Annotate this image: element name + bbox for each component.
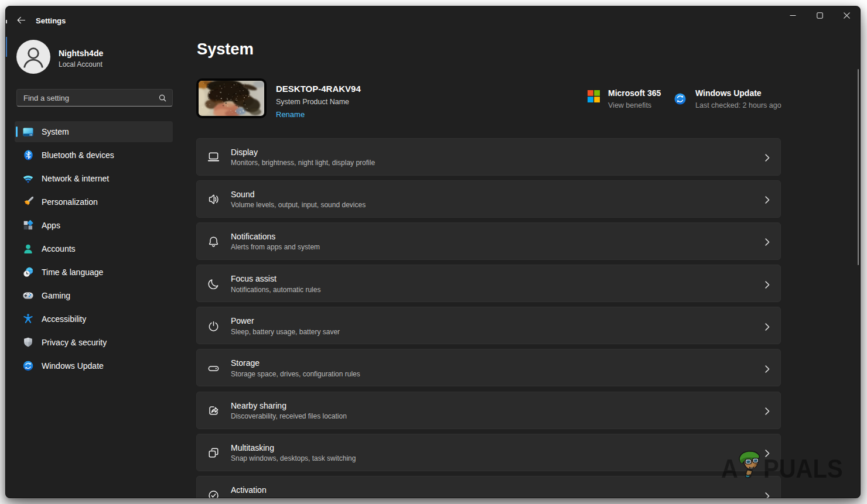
row-subtitle: Monitors, brightness, night light, displ… (231, 159, 375, 167)
row-subtitle: Notifications, automatic rules (231, 286, 320, 294)
search-placeholder: Find a setting (23, 94, 69, 102)
chevron-right-icon (765, 153, 770, 161)
row-title: Focus assist (231, 274, 277, 283)
bluetooth-icon (22, 149, 34, 161)
desktop-artifact-dot (6, 20, 7, 23)
sidebar-item-label: Personalization (42, 197, 98, 207)
sidebar-item-label: Network & internet (42, 174, 109, 183)
back-arrow-icon (16, 16, 25, 25)
sidebar-item-network-internet[interactable]: Network & internet (15, 168, 173, 189)
sidebar-item-privacy-security[interactable]: Privacy & security (15, 332, 173, 353)
microsoft-365-title: Microsoft 365 (608, 88, 661, 98)
maximize-icon (817, 12, 823, 19)
sidebar-item-label: System (42, 127, 69, 136)
back-button[interactable] (13, 13, 28, 27)
row-title: Nearby sharing (231, 401, 286, 410)
desktop-artifact-blue-line (6, 37, 7, 57)
settings-row-power[interactable]: PowerSleep, battery usage, battery saver (196, 307, 781, 344)
sidebar-item-time-language[interactable]: Time & language (15, 262, 173, 283)
row-subtitle: Discoverability, received files location (231, 412, 347, 420)
titlebar-title: Settings (36, 16, 66, 25)
microsoft-365-logo (588, 90, 600, 102)
settings-row-activation[interactable]: ActivationActivation states, subscriptio… (196, 476, 781, 498)
row-title: Activation (231, 485, 267, 495)
accounts-icon (22, 243, 34, 255)
time-language-icon (22, 266, 34, 278)
settings-row-display[interactable]: DisplayMonitors, brightness, night light… (196, 138, 781, 176)
windows-update-icon (674, 93, 686, 105)
scrollbar-thumb[interactable] (858, 69, 859, 265)
windows-update-status: Last checked: 2 hours ago (695, 101, 781, 109)
apps-icon (22, 220, 34, 231)
device-product-name: System Product Name (276, 98, 349, 106)
page-title: System (197, 40, 254, 59)
row-title: Power (231, 316, 254, 325)
settings-row-storage[interactable]: StorageStorage space, drives, configurat… (196, 349, 781, 386)
row-subtitle: Storage space, drives, configuration rul… (231, 370, 360, 378)
user-account-type: Local Account (59, 60, 103, 68)
sidebar-item-accounts[interactable]: Accounts (15, 238, 173, 259)
settings-row-notifications[interactable]: NotificationsAlerts from apps and system (196, 222, 781, 260)
system-icon (22, 126, 34, 138)
personalization-icon (22, 196, 34, 208)
sidebar-item-label: Accounts (42, 244, 76, 253)
sidebar-item-label: Gaming (42, 291, 70, 300)
sidebar-item-system[interactable]: System (15, 121, 173, 142)
settings-row-sound[interactable]: SoundVolume levels, output, input, sound… (196, 180, 781, 218)
settings-row-multitasking[interactable]: MultitaskingSnap windows, desktops, task… (196, 434, 781, 471)
sidebar-item-gaming[interactable]: Gaming (15, 285, 173, 306)
row-subtitle: Activation states, subscriptions, produc… (231, 497, 367, 499)
sidebar-item-windows-update[interactable]: Windows Update (15, 355, 173, 376)
user-name: Nightsh4de (59, 49, 103, 58)
avatar[interactable] (16, 40, 50, 74)
sidebar-item-label: Windows Update (42, 361, 104, 371)
chevron-right-icon (765, 280, 770, 288)
sound-icon (207, 193, 220, 205)
sidebar-item-label: Apps (42, 221, 60, 230)
sidebar-item-label: Time & language (42, 268, 103, 277)
person-icon (16, 40, 50, 74)
caption-buttons (779, 6, 860, 25)
sidebar-item-personalization[interactable]: Personalization (15, 191, 173, 212)
row-subtitle: Volume levels, output, input, sound devi… (231, 201, 366, 209)
settings-window: Settings Nightsh4de Local Account Find a… (5, 6, 861, 498)
chevron-right-icon (765, 407, 770, 414)
close-icon (844, 12, 850, 19)
row-subtitle: Sleep, battery usage, battery saver (231, 328, 340, 336)
gaming-icon (22, 290, 34, 301)
power-icon (207, 320, 220, 332)
microsoft-365-link[interactable]: View benefits (608, 101, 651, 109)
sidebar-item-accessibility[interactable]: Accessibility (15, 308, 173, 330)
minimize-icon (790, 12, 796, 19)
settings-list: DisplayMonitors, brightness, night light… (196, 138, 781, 499)
row-title: Notifications (231, 232, 275, 241)
row-title: Multitasking (231, 443, 274, 452)
sidebar-item-label: Privacy & security (42, 338, 107, 347)
settings-row-nearby-sharing[interactable]: Nearby sharingDiscoverability, received … (196, 392, 781, 429)
nearby-sharing-icon (207, 404, 220, 417)
chevron-right-icon (765, 449, 770, 457)
sidebar-item-label: Bluetooth & devices (42, 150, 114, 160)
row-title: Display (231, 148, 258, 157)
multitasking-icon (207, 447, 220, 459)
row-subtitle: Snap windows, desktops, task switching (231, 454, 356, 462)
chevron-right-icon (765, 196, 770, 203)
rename-link[interactable]: Rename (276, 110, 305, 119)
sidebar-item-bluetooth-devices[interactable]: Bluetooth & devices (15, 145, 173, 166)
accessibility-icon (22, 313, 34, 325)
minimize-button[interactable] (779, 6, 806, 25)
settings-row-focus-assist[interactable]: Focus assistNotifications, automatic rul… (196, 265, 781, 302)
sidebar-item-apps[interactable]: Apps (15, 215, 173, 236)
notifications-icon (207, 235, 220, 248)
chevron-right-icon (765, 323, 770, 330)
maximize-button[interactable] (806, 6, 833, 25)
storage-icon (207, 362, 220, 375)
sidebar-nav: System Bluetooth & devices Network & int… (15, 121, 173, 379)
device-thumbnail (196, 78, 267, 118)
privacy-security-icon (22, 337, 34, 348)
focus-assist-icon (207, 278, 220, 290)
search-icon (158, 94, 167, 105)
search-input[interactable]: Find a setting (16, 89, 173, 107)
network-icon (22, 173, 34, 184)
close-button[interactable] (833, 6, 860, 25)
